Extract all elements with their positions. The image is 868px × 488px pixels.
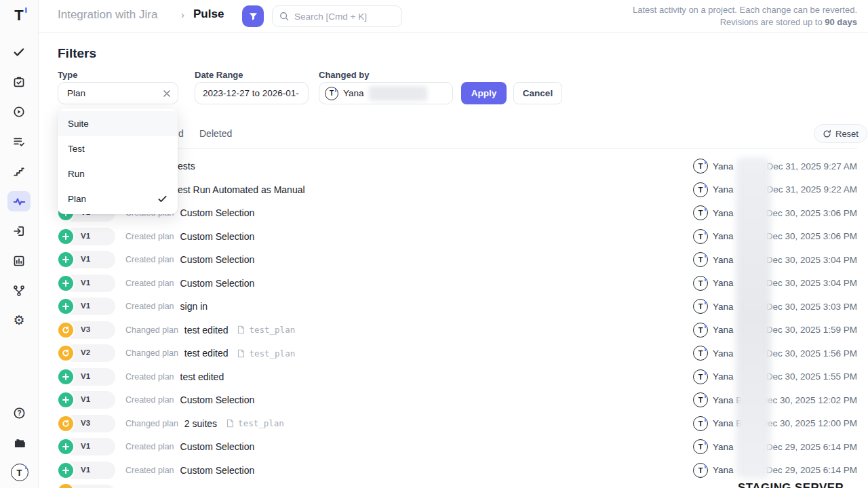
changed-by-select[interactable]: T Yana [319,82,453,104]
user-name: Yana [713,302,734,312]
version-badge: V1 [58,368,117,386]
type-option-label: Plan [68,194,86,204]
folders-icon [13,436,26,449]
linked-file[interactable]: test_plan [236,348,295,359]
type-option-test[interactable]: Test [58,136,178,161]
row-timestamp: Dec 31, 2025 9:22 AM [766,178,857,202]
pulse-icon [13,195,26,208]
action-label: Created plan [125,279,174,288]
entity-name: Custom Selection [180,207,255,218]
file-icon [225,418,235,428]
filter-toggle-button[interactable] [242,5,264,27]
change-kind-icon [58,416,73,431]
svg-text:?: ? [17,409,21,417]
sidebar-item-pulse[interactable] [7,191,31,211]
user-name: Yana [713,255,734,265]
clipboard-check-icon [13,76,25,88]
steps-icon [13,165,25,178]
type-option-label: Test [68,144,85,154]
app-logo[interactable]: T [14,7,23,24]
search-input[interactable] [294,12,389,22]
cancel-button[interactable]: Cancel [513,82,562,104]
file-name: test_plan [249,348,295,359]
user-avatar: T [693,182,708,197]
sidebar-item-report[interactable] [7,251,31,271]
user-name: Yana [713,278,734,288]
version-label: V1 [81,232,90,240]
sidebar: T ⚙ ?T [0,0,39,488]
user-name: Yana [713,161,734,171]
linked-file[interactable]: test_plan [236,325,295,335]
sidebar-bottom: ?T [0,403,39,483]
row-timestamp: Dec 30, 2025 1:59 PM [766,319,857,342]
row-timestamp: Dec 30, 2025 3:03 PM [766,295,857,319]
sidebar-item-help[interactable]: ? [8,403,31,423]
reset-button[interactable]: Reset [814,124,867,143]
row-timestamp: Dec 30, 2025 12:00 PM [761,412,857,436]
version-label: V1 [81,302,90,310]
sidebar-item-steps[interactable] [7,161,31,182]
staging-watermark: STAGING SERVER [738,481,844,488]
redacted-surname [369,86,427,101]
header-info: Latest activity on a project. Each chang… [633,4,857,28]
date-range-input[interactable]: 2023-12-27 to 2026-01- [195,82,309,104]
action-label: Changed plan [125,325,178,335]
type-select-value: Plan [67,88,85,98]
sidebar-item-import[interactable] [7,221,31,241]
clear-icon[interactable] [163,89,171,98]
type-select[interactable]: Plan [58,82,178,104]
version-badge: V3 [58,321,117,339]
entity-name: Custom Selection [180,441,255,452]
entity-name: Custom Selection [180,254,255,265]
row-timestamp: Dec 30, 2025 3:04 PM [766,248,857,272]
user-avatar: T [693,392,708,407]
version-badge: V1 [58,438,117,455]
type-option-plan[interactable]: Plan [58,186,178,211]
type-option-suite[interactable]: Suite [58,111,178,136]
changed-by-label: Changed by [319,70,369,80]
top-header: Integration with Jira › Pulse Latest act… [39,0,868,33]
apply-button[interactable]: Apply [461,82,507,104]
row-timestamp: Dec 30, 2025 1:56 PM [766,342,857,365]
row-user: T Yana [693,248,734,272]
action-label: Changed plan [125,348,178,358]
tab-partial[interactable]: d [178,128,184,139]
version-label: V1 [81,466,90,474]
redacted-surname-strip [736,157,771,479]
changed-by-value: Yana [343,88,364,98]
report-icon [13,255,25,267]
sidebar-item-gear[interactable]: ⚙ [7,310,31,331]
breadcrumb-parent[interactable]: Integration with Jira [58,8,157,22]
version-label: V2 [81,348,90,357]
user-name: Yana [713,348,734,359]
play-circle-icon [13,106,25,118]
sidebar-item-clipboard-check[interactable] [7,72,31,92]
row-user: T Yana B [693,412,742,436]
type-option-run[interactable]: Run [58,161,178,186]
sidebar-item-branch[interactable] [7,281,31,301]
linked-file[interactable]: test_plan [225,418,284,428]
type-option-label: Run [68,169,85,179]
action-label: Created plan [125,395,174,405]
change-kind-icon [58,323,73,338]
import-icon [13,225,25,237]
sidebar-item-check[interactable] [7,42,31,62]
search-box[interactable] [272,5,402,27]
sidebar-item-folders[interactable] [8,432,31,453]
type-label: Type [58,70,77,80]
user-name: Yana [713,184,734,195]
version-badge: V1 [58,298,117,315]
sidebar-item-list-check[interactable] [7,131,31,152]
row-timestamp: Dec 30, 2025 3:04 PM [766,272,857,296]
row-user: T Yana [693,459,734,483]
breadcrumb-separator: › [181,9,184,20]
sidebar-item-play-circle[interactable] [7,102,31,122]
row-user: T Yana [693,201,734,225]
tab-deleted[interactable]: Deleted [199,128,232,139]
sidebar-item-avatar-logo[interactable]: T [8,462,31,483]
entity-name: Custom Selection [180,394,255,405]
user-avatar: T [693,299,708,314]
row-timestamp: Dec 31, 2025 9:27 AM [766,155,857,178]
action-label: Created plan [125,255,174,264]
branch-icon [13,285,25,297]
